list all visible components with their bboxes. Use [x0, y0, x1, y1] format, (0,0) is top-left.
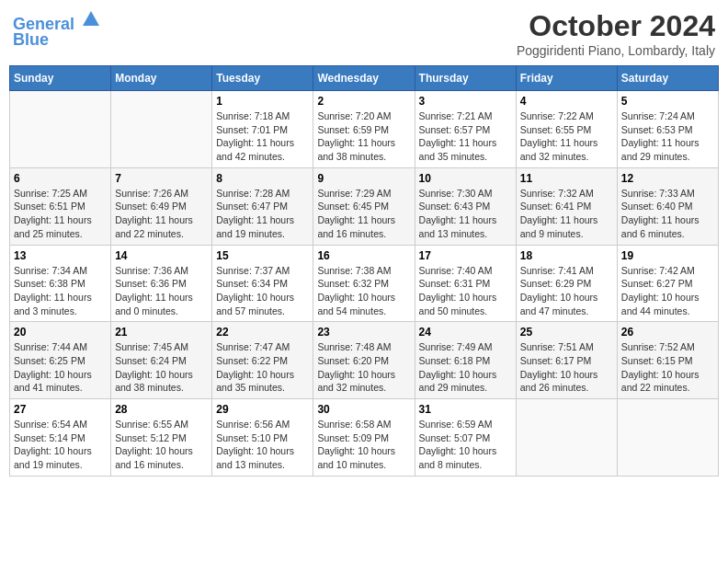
day-number: 9: [317, 172, 410, 185]
logo: General Blue: [13, 9, 101, 50]
logo-icon: [81, 9, 101, 29]
day-number: 26: [621, 326, 714, 339]
day-number: 3: [419, 95, 512, 108]
day-number: 2: [317, 95, 410, 108]
day-info: Sunrise: 6:59 AM Sunset: 5:07 PM Dayligh…: [419, 418, 512, 472]
calendar-cell: [10, 91, 111, 168]
day-info: Sunrise: 7:29 AM Sunset: 6:45 PM Dayligh…: [317, 187, 410, 241]
weekday-header-row: SundayMondayTuesdayWednesdayThursdayFrid…: [10, 66, 719, 91]
calendar-cell: 4Sunrise: 7:22 AM Sunset: 6:55 PM Daylig…: [516, 91, 617, 168]
calendar-cell: 3Sunrise: 7:21 AM Sunset: 6:57 PM Daylig…: [415, 91, 516, 168]
day-info: Sunrise: 7:52 AM Sunset: 6:15 PM Dayligh…: [621, 340, 714, 395]
weekday-header-thursday: Thursday: [415, 66, 516, 91]
day-number: 10: [419, 172, 512, 185]
calendar-cell: 6Sunrise: 7:25 AM Sunset: 6:51 PM Daylig…: [10, 167, 111, 245]
day-number: 14: [115, 249, 208, 262]
title-block: October 2024 Poggiridenti Piano, Lombard…: [517, 9, 715, 58]
calendar-cell: 10Sunrise: 7:30 AM Sunset: 6:43 PM Dayli…: [415, 167, 516, 245]
day-info: Sunrise: 7:30 AM Sunset: 6:43 PM Dayligh…: [419, 187, 512, 241]
calendar-cell: 29Sunrise: 6:56 AM Sunset: 5:10 PM Dayli…: [212, 399, 313, 477]
svg-marker-0: [83, 11, 99, 26]
calendar-cell: 8Sunrise: 7:28 AM Sunset: 6:47 PM Daylig…: [212, 167, 313, 245]
calendar-cell: 2Sunrise: 7:20 AM Sunset: 6:59 PM Daylig…: [313, 91, 415, 168]
location: Poggiridenti Piano, Lombardy, Italy: [517, 43, 715, 58]
calendar-cell: 12Sunrise: 7:33 AM Sunset: 6:40 PM Dayli…: [617, 167, 718, 245]
day-info: Sunrise: 6:55 AM Sunset: 5:12 PM Dayligh…: [115, 418, 208, 472]
calendar-cell: 16Sunrise: 7:38 AM Sunset: 6:32 PM Dayli…: [313, 245, 415, 322]
day-info: Sunrise: 7:28 AM Sunset: 6:47 PM Dayligh…: [216, 187, 309, 241]
week-row-1: 6Sunrise: 7:25 AM Sunset: 6:51 PM Daylig…: [10, 167, 719, 245]
calendar-cell: 13Sunrise: 7:34 AM Sunset: 6:38 PM Dayli…: [10, 245, 111, 322]
day-info: Sunrise: 6:56 AM Sunset: 5:10 PM Dayligh…: [216, 418, 309, 472]
calendar-cell: 24Sunrise: 7:49 AM Sunset: 6:18 PM Dayli…: [415, 322, 516, 399]
weekday-header-friday: Friday: [516, 66, 617, 91]
calendar-cell: 14Sunrise: 7:36 AM Sunset: 6:36 PM Dayli…: [111, 245, 212, 322]
weekday-header-monday: Monday: [111, 66, 212, 91]
day-info: Sunrise: 7:51 AM Sunset: 6:17 PM Dayligh…: [520, 340, 613, 395]
week-row-4: 27Sunrise: 6:54 AM Sunset: 5:14 PM Dayli…: [10, 399, 719, 477]
day-info: Sunrise: 7:34 AM Sunset: 6:38 PM Dayligh…: [14, 264, 107, 318]
calendar-cell: 21Sunrise: 7:45 AM Sunset: 6:24 PM Dayli…: [111, 322, 212, 399]
day-number: 1: [216, 95, 309, 108]
day-number: 13: [14, 249, 107, 262]
calendar-cell: 28Sunrise: 6:55 AM Sunset: 5:12 PM Dayli…: [111, 399, 212, 477]
day-info: Sunrise: 7:32 AM Sunset: 6:41 PM Dayligh…: [520, 187, 613, 241]
day-number: 4: [520, 95, 613, 108]
day-number: 30: [317, 403, 410, 416]
day-info: Sunrise: 7:24 AM Sunset: 6:53 PM Dayligh…: [621, 109, 714, 164]
weekday-header-tuesday: Tuesday: [212, 66, 313, 91]
calendar-cell: 31Sunrise: 6:59 AM Sunset: 5:07 PM Dayli…: [415, 399, 516, 477]
calendar-cell: 11Sunrise: 7:32 AM Sunset: 6:41 PM Dayli…: [516, 167, 617, 245]
day-number: 31: [419, 403, 512, 416]
calendar-cell: 22Sunrise: 7:47 AM Sunset: 6:22 PM Dayli…: [212, 322, 313, 399]
calendar-cell: 7Sunrise: 7:26 AM Sunset: 6:49 PM Daylig…: [111, 167, 212, 245]
day-number: 16: [317, 249, 410, 262]
day-number: 23: [317, 326, 410, 339]
calendar-cell: 26Sunrise: 7:52 AM Sunset: 6:15 PM Dayli…: [617, 322, 718, 399]
calendar-header: SundayMondayTuesdayWednesdayThursdayFrid…: [10, 66, 719, 91]
day-info: Sunrise: 7:41 AM Sunset: 6:29 PM Dayligh…: [520, 264, 613, 318]
day-number: 22: [216, 326, 309, 339]
day-number: 7: [115, 172, 208, 185]
page-header: General Blue October 2024 Poggiridenti P…: [9, 9, 719, 58]
calendar-cell: [617, 399, 718, 477]
day-info: Sunrise: 7:18 AM Sunset: 7:01 PM Dayligh…: [216, 109, 309, 164]
week-row-0: 1Sunrise: 7:18 AM Sunset: 7:01 PM Daylig…: [10, 91, 719, 168]
day-number: 27: [14, 403, 107, 416]
day-info: Sunrise: 7:20 AM Sunset: 6:59 PM Dayligh…: [317, 109, 410, 164]
day-number: 6: [14, 172, 107, 185]
day-number: 15: [216, 249, 309, 262]
calendar-cell: 9Sunrise: 7:29 AM Sunset: 6:45 PM Daylig…: [313, 167, 415, 245]
day-info: Sunrise: 7:22 AM Sunset: 6:55 PM Dayligh…: [520, 109, 613, 164]
calendar-cell: 25Sunrise: 7:51 AM Sunset: 6:17 PM Dayli…: [516, 322, 617, 399]
calendar-table: SundayMondayTuesdayWednesdayThursdayFrid…: [9, 65, 719, 477]
day-info: Sunrise: 7:40 AM Sunset: 6:31 PM Dayligh…: [419, 264, 512, 318]
day-info: Sunrise: 7:33 AM Sunset: 6:40 PM Dayligh…: [621, 187, 714, 241]
week-row-2: 13Sunrise: 7:34 AM Sunset: 6:38 PM Dayli…: [10, 245, 719, 322]
day-info: Sunrise: 7:36 AM Sunset: 6:36 PM Dayligh…: [115, 264, 208, 318]
day-number: 18: [520, 249, 613, 262]
day-number: 25: [520, 326, 613, 339]
calendar-cell: 19Sunrise: 7:42 AM Sunset: 6:27 PM Dayli…: [617, 245, 718, 322]
calendar-cell: 23Sunrise: 7:48 AM Sunset: 6:20 PM Dayli…: [313, 322, 415, 399]
day-number: 20: [14, 326, 107, 339]
day-info: Sunrise: 7:26 AM Sunset: 6:49 PM Dayligh…: [115, 187, 208, 241]
day-number: 5: [621, 95, 714, 108]
day-number: 8: [216, 172, 309, 185]
calendar-cell: 1Sunrise: 7:18 AM Sunset: 7:01 PM Daylig…: [212, 91, 313, 168]
calendar-body: 1Sunrise: 7:18 AM Sunset: 7:01 PM Daylig…: [10, 91, 719, 477]
day-number: 29: [216, 403, 309, 416]
week-row-3: 20Sunrise: 7:44 AM Sunset: 6:25 PM Dayli…: [10, 322, 719, 399]
month-title: October 2024: [517, 9, 715, 43]
day-number: 24: [419, 326, 512, 339]
day-number: 21: [115, 326, 208, 339]
day-info: Sunrise: 7:49 AM Sunset: 6:18 PM Dayligh…: [419, 340, 512, 395]
day-number: 28: [115, 403, 208, 416]
day-info: Sunrise: 7:21 AM Sunset: 6:57 PM Dayligh…: [419, 109, 512, 164]
day-number: 19: [621, 249, 714, 262]
day-info: Sunrise: 6:54 AM Sunset: 5:14 PM Dayligh…: [14, 418, 107, 472]
day-info: Sunrise: 6:58 AM Sunset: 5:09 PM Dayligh…: [317, 418, 410, 472]
calendar-cell: [111, 91, 212, 168]
day-info: Sunrise: 7:37 AM Sunset: 6:34 PM Dayligh…: [216, 264, 309, 318]
day-info: Sunrise: 7:47 AM Sunset: 6:22 PM Dayligh…: [216, 340, 309, 395]
